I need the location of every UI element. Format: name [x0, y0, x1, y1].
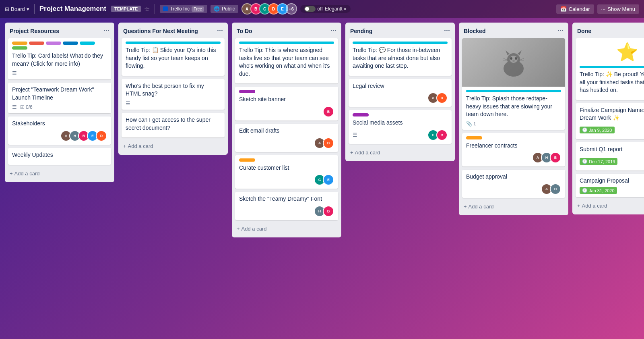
- label-cyan: [353, 42, 448, 44]
- card-pr-4[interactable]: Weekly Updates: [8, 148, 111, 165]
- add-card-button[interactable]: +Add a card: [349, 147, 452, 158]
- label-cyan: [126, 42, 221, 44]
- card-title: Stakeholders: [12, 120, 107, 128]
- column-more-button[interactable]: ···: [330, 27, 336, 35]
- card-avatar: D: [323, 137, 334, 149]
- show-menu-button[interactable]: ··· Show Menu: [597, 4, 640, 14]
- card-pen-3[interactable]: Social media assets ☰ CB: [349, 110, 452, 144]
- toggle-off-label: off: [318, 6, 323, 12]
- column-title: Done: [577, 28, 591, 34]
- card-avatar: H: [550, 183, 561, 195]
- card-qnm-3[interactable]: How can I get access to the super secret…: [122, 113, 225, 137]
- label-cyan: [466, 90, 561, 92]
- card-qnm-2[interactable]: Who's the best person to fix my HTML sna…: [122, 79, 225, 110]
- card-bl-2[interactable]: Freelancer contracts AHB: [462, 133, 565, 167]
- card-dn-1[interactable]: ⭐ Trello Tip: ✨ Be proud! You can see al…: [576, 38, 644, 100]
- card-title: How can I get access to the super secret…: [126, 116, 221, 132]
- svg-point-5: [510, 57, 512, 60]
- divider-1: [34, 4, 35, 14]
- checklist-count: 0/6: [26, 104, 33, 110]
- attach-icon: 📎: [466, 121, 472, 127]
- workspace-icon: [163, 6, 168, 11]
- card-avatars: AD: [427, 92, 448, 104]
- card-avatars: AHB: [532, 152, 561, 163]
- card-labels: [12, 42, 107, 50]
- elegantt-label: Elegantt »: [325, 6, 347, 12]
- card-dn-4[interactable]: Campaign Proposal 🕐 Jan 31, 2020: [576, 174, 644, 198]
- card-pr-3[interactable]: Stakeholders AHBED: [8, 116, 111, 145]
- calendar-icon: 📅: [560, 6, 567, 12]
- svg-point-7: [512, 60, 515, 62]
- card-meta: ☰: [12, 70, 17, 76]
- card-checklist-meta: ☑ 0/6: [20, 104, 33, 110]
- card-td-2[interactable]: Sketch site banner B: [235, 87, 338, 121]
- workspace-pill[interactable]: Trello Inc Free: [160, 5, 207, 13]
- add-card-label: Add a card: [582, 203, 607, 209]
- card-attach-meta: 📎 1: [466, 121, 476, 127]
- card-title: Submit Q1 report: [580, 146, 644, 154]
- calendar-button[interactable]: 📅 Calendar: [556, 4, 594, 14]
- card-bl-1[interactable]: Trello Tip: Splash those redtape-heavy i…: [462, 38, 565, 130]
- card-td-4[interactable]: Curate customer list CE: [235, 155, 338, 189]
- card-dn-2[interactable]: Finalize Campaign Name: Teamwork Dream W…: [576, 103, 644, 139]
- column-project-resources: Project Resources ···Trello Tip: Card la…: [5, 23, 114, 182]
- card-title: Trello Tip: Card labels! What do they me…: [12, 52, 107, 68]
- card-pen-2[interactable]: Legal review AD: [349, 79, 452, 107]
- lines-icon: ☰: [12, 104, 17, 110]
- board-icon: ⊞: [5, 6, 9, 12]
- add-card-label: Add a card: [128, 143, 153, 149]
- column-more-button[interactable]: ···: [103, 27, 109, 35]
- card-title: Trello Tip: Splash those redtape-heavy i…: [466, 95, 561, 119]
- card-td-1[interactable]: Trello Tip: This is where assigned tasks…: [235, 38, 338, 83]
- toggle-switch[interactable]: [304, 6, 316, 12]
- card-qnm-1[interactable]: Trello Tip: 📋 Slide your Q's into this h…: [122, 38, 225, 76]
- column-title: Blocked: [464, 28, 485, 34]
- card-pen-1[interactable]: Trello Tip: 💬 For those in-between tasks…: [349, 38, 452, 76]
- label-red: [29, 42, 44, 45]
- template-badge[interactable]: TEMPLATE: [111, 6, 141, 12]
- card-pr-1[interactable]: Trello Tip: Card labels! What do they me…: [8, 38, 111, 79]
- elegantt-toggle[interactable]: off Elegantt »: [300, 5, 351, 13]
- add-card-button[interactable]: +Add a card: [122, 141, 225, 152]
- column-more-button[interactable]: ···: [217, 27, 223, 35]
- card-bl-3[interactable]: Budget approval AH: [462, 170, 565, 198]
- column-title: Project Resources: [10, 28, 59, 34]
- column-blocked: Blocked ··· Trello Tip: Splash those red…: [459, 23, 568, 215]
- card-avatars: CB: [427, 129, 448, 141]
- card-td-3[interactable]: Edit email drafts AD: [235, 124, 338, 152]
- column-more-button[interactable]: ···: [444, 27, 450, 35]
- column-cards-to-do: Trello Tip: This is where assigned tasks…: [232, 37, 341, 237]
- card-title: Trello Tip: 💬 For those in-between tasks…: [353, 46, 448, 70]
- card-meta: ☰: [353, 132, 357, 138]
- add-card-button[interactable]: +Add a card: [576, 200, 644, 211]
- member-avatars[interactable]: A B C D E +6: [242, 3, 297, 15]
- label-purple: [46, 42, 61, 45]
- card-footer: B: [239, 106, 334, 117]
- plus-icon: +: [464, 204, 467, 210]
- public-pill[interactable]: 🌐 Public: [211, 5, 238, 13]
- card-image: [462, 38, 565, 87]
- board-menu-button[interactable]: ⊞ Board ▾: [5, 6, 29, 12]
- card-footer: 🕐 Jan 9, 2020 D: [580, 125, 644, 136]
- column-title: To Do: [237, 28, 252, 34]
- column-cards-blocked: Trello Tip: Splash those redtape-heavy i…: [459, 37, 568, 215]
- card-dn-3[interactable]: Submit Q1 report 🕐 Dec 17, 2019 B: [576, 142, 644, 171]
- card-footer: ☰ ☑ 0/6: [12, 104, 107, 110]
- card-footer: AHB: [466, 152, 561, 163]
- card-pr-2[interactable]: Project "Teamwork Dream Work" Launch Tim…: [8, 83, 111, 113]
- star-button[interactable]: ☆: [144, 5, 150, 13]
- add-card-button[interactable]: +Add a card: [462, 201, 565, 212]
- card-td-5[interactable]: Sketch the "Teamy Dreamy" Font HB: [235, 192, 338, 220]
- avatar-count[interactable]: +6: [286, 3, 297, 15]
- column-more-button[interactable]: ···: [557, 27, 564, 35]
- add-card-label: Add a card: [242, 226, 267, 232]
- add-card-button[interactable]: +Add a card: [235, 223, 338, 234]
- add-card-button[interactable]: +Add a card: [8, 168, 111, 179]
- card-title: Who's the best person to fix my HTML sna…: [126, 82, 221, 98]
- card-footer: ☰ CB: [353, 129, 448, 141]
- column-cards-questions-next-meeting: Trello Tip: 📋 Slide your Q's into this h…: [118, 37, 228, 155]
- card-lines-meta: ☰: [12, 104, 17, 110]
- add-card-label: Add a card: [355, 150, 380, 156]
- card-footer: AD: [239, 137, 334, 149]
- column-pending: Pending ··· Trello Tip: 💬 For those in-b…: [345, 23, 455, 161]
